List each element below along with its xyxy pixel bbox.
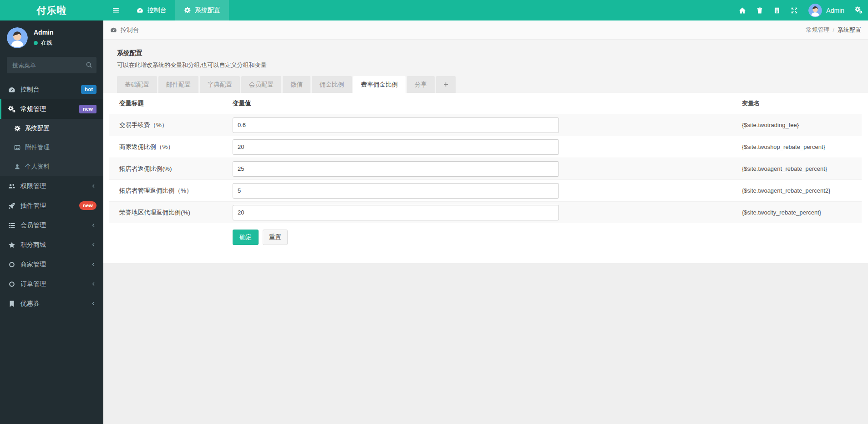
variable-value-input[interactable] [233,183,559,199]
chevron-left-icon [91,242,96,248]
sidebar-item-订单管理[interactable]: 订单管理 [0,274,103,294]
breadcrumb[interactable]: 控制台 [110,26,139,34]
topbar-right-icons [734,0,803,20]
avatar [808,4,822,17]
topbar-nav: 控制台系统配置 [128,0,229,20]
trash-icon [756,7,763,14]
tab-微信[interactable]: 微信 [283,76,310,93]
settings-button[interactable] [850,0,867,20]
tab-字典配置[interactable]: 字典配置 [200,76,240,93]
variable-value-cell [233,205,736,220]
topbar-user-menu[interactable]: Admin [803,4,850,17]
home-button[interactable] [734,0,751,20]
app-logo: 付乐啦 [0,0,103,20]
variable-value-input[interactable] [233,161,559,177]
sidebar-item-label: 系统配置 [25,124,50,133]
variable-value-cell [233,161,736,177]
sidebar-item-权限管理[interactable]: 权限管理 [0,176,103,196]
add-tab-button[interactable] [436,76,456,93]
hamburger-icon [112,6,120,14]
tab-分享[interactable]: 分享 [407,76,435,93]
gauge-icon [110,26,117,33]
topbar-nav-label: 系统配置 [195,6,220,15]
variable-value-cell [233,139,736,155]
config-panel: 系统配置 可以在此增改系统的变量和分组,也可以自定义分组和变量 基础配置邮件配置… [103,40,868,263]
sidebar-item-附件管理[interactable]: 附件管理 [0,138,103,157]
sidebar-item-积分商城[interactable]: 积分商城 [0,235,103,255]
tab-佣金比例[interactable]: 佣金比例 [312,76,352,93]
sidebar-item-个人资料[interactable]: 个人资料 [0,157,103,176]
chevron-left-icon [91,183,96,189]
log-button[interactable] [768,0,786,20]
main-content: 控制台 常规管理 / 系统配置 系统配置 可以在此增改系统的变量和分组,也可以自… [103,20,868,424]
tab-费率佣金比例[interactable]: 费率佣金比例 [353,76,406,93]
breadcrumb-label: 控制台 [121,26,139,34]
sidebar-submenu: 系统配置附件管理个人资料 [0,119,103,176]
variable-value-input[interactable] [233,139,559,155]
cogs-icon [855,6,863,14]
online-status-label: 在线 [41,39,52,47]
variable-title: 荣誉地区代理返佣比例(%) [109,209,233,217]
sidebar-item-插件管理[interactable]: 插件管理new [0,196,103,215]
chevron-left-icon [91,222,96,228]
list-icon [8,222,15,229]
fullscreen-button[interactable] [786,0,803,20]
home-icon [739,7,746,14]
sidebar-item-label: 积分商城 [20,241,46,249]
variable-value-input[interactable] [233,205,559,220]
online-status-dot [34,41,38,45]
sidebar: Admin 在线 控制台hot常规管理new系统配置附件管理个人资料权限管理插件… [0,20,103,424]
badge-new: new [79,201,96,210]
variable-name: {$site.twotrading_fee} [736,122,862,128]
tab-基础配置[interactable]: 基础配置 [117,76,157,93]
gear-icon [184,7,191,14]
table-header-row: 变量标题 变量值 变量名 [109,93,862,114]
topbar-nav-控制台[interactable]: 控制台 [128,0,175,20]
user-icon [14,163,20,170]
topbar-nav-系统配置[interactable]: 系统配置 [175,0,229,20]
sidebar-item-系统配置[interactable]: 系统配置 [0,119,103,138]
reset-button[interactable]: 重置 [263,230,288,245]
variable-title: 交易手续费（%） [109,121,233,129]
submit-button[interactable]: 确定 [233,230,259,245]
tab-邮件配置[interactable]: 邮件配置 [158,76,198,93]
config-row: 拓店者管理返佣比例（%）{$site.twoagent_rebate_perce… [109,179,862,201]
sidebar-toggle-button[interactable] [103,0,128,20]
variable-title: 拓店者管理返佣比例（%） [109,187,233,195]
sidebar-item-label: 个人资料 [25,163,50,171]
topbar-right: Admin [734,0,868,20]
col-header-value: 变量值 [233,99,736,107]
menu-search-input[interactable] [7,57,96,73]
config-rows: 交易手续费（%）{$site.twotrading_fee}商家返佣比例（%）{… [109,114,862,223]
panel-body: 变量标题 变量值 变量名 交易手续费（%）{$site.twotrading_f… [103,93,868,263]
trash-button[interactable] [751,0,768,20]
sidebar-search [7,57,96,73]
topbar-username: Admin [826,7,844,14]
sidebar-item-label: 会员管理 [20,221,46,230]
config-tabs: 基础配置邮件配置字典配置会员配置微信佣金比例费率佣金比例分享 [117,76,854,93]
gear-icon [14,125,20,132]
expand-icon [791,7,798,14]
breadcrumb-current: 系统配置 [838,26,861,34]
badge-hot: hot [81,85,96,94]
config-row: 拓店者返佣比例(%){$site.twoagent_rebate_percent… [109,158,862,179]
variable-title: 商家返佣比例（%） [109,143,233,151]
sidebar-item-商家管理[interactable]: 商家管理 [0,255,103,274]
gauge-icon [137,7,143,14]
sidebar-item-控制台[interactable]: 控制台hot [0,80,103,99]
variable-value-cell [233,117,736,133]
sidebar-item-会员管理[interactable]: 会员管理 [0,215,103,235]
users-icon [8,183,15,190]
variable-value-cell [233,183,736,199]
sidebar-user-panel: Admin 在线 [0,20,103,54]
variable-value-input[interactable] [233,117,559,133]
top-bar: 付乐啦 控制台系统配置 Admin [0,0,868,20]
sidebar-item-优惠券[interactable]: 优惠券 [0,294,103,313]
breadcrumb-parent-link[interactable]: 常规管理 [806,26,829,34]
log-icon [773,7,781,14]
image-icon [14,144,20,151]
sidebar-item-常规管理[interactable]: 常规管理new [0,99,103,119]
tab-会员配置[interactable]: 会员配置 [241,76,281,93]
sidebar-item-label: 附件管理 [25,143,50,152]
col-header-title: 变量标题 [109,99,233,107]
